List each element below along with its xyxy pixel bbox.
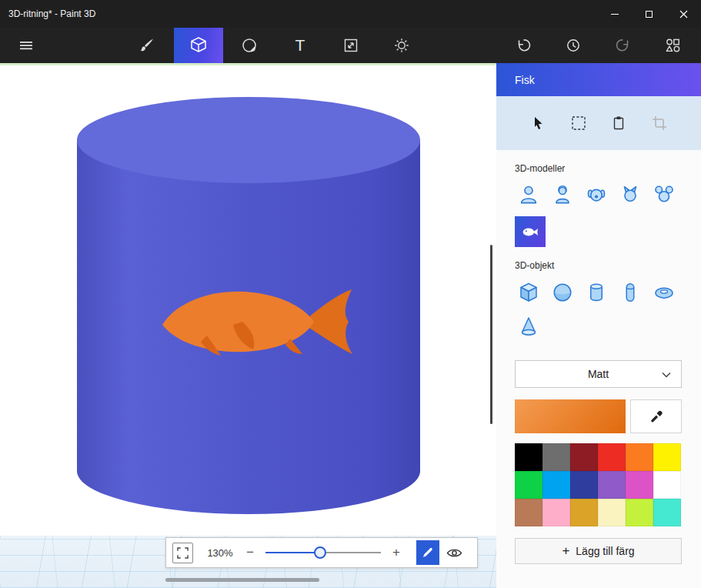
3d-shapes-tool-button-selected[interactable] [174, 28, 223, 63]
canvas-tool-button[interactable] [334, 28, 368, 63]
object-torus-button[interactable] [650, 279, 678, 306]
zoom-out-button[interactable]: − [242, 545, 258, 560]
chevron-down-icon [662, 372, 671, 378]
color-swatch-orange[interactable] [626, 443, 653, 471]
panel-title: Fisk [515, 74, 535, 86]
color-swatch-purple[interactable] [598, 471, 626, 499]
zoom-toolbar: 130% − + [165, 537, 478, 568]
current-color-swatch[interactable] [515, 399, 626, 433]
zoom-to-fit-icon [177, 547, 189, 559]
brush-icon [137, 36, 155, 55]
cylinder-object-icon [585, 281, 608, 304]
color-swatch-gold[interactable] [570, 499, 598, 526]
zoom-slider-fill [265, 552, 320, 553]
color-palette [515, 443, 682, 526]
crop-tool-button-disabled[interactable] [648, 112, 671, 135]
plus-icon: + [562, 543, 569, 559]
minimize-button[interactable] [597, 0, 632, 28]
model-woman-button[interactable] [549, 181, 576, 209]
finish-dropdown[interactable]: Matt [515, 360, 682, 388]
zoom-slider-thumb[interactable] [314, 546, 326, 559]
edit-tools-strip [496, 96, 701, 150]
cone-object-icon [517, 315, 540, 338]
color-swatch-gray[interactable] [542, 443, 570, 471]
horizontal-scrollbar[interactable] [165, 578, 319, 582]
eyedropper-button[interactable] [630, 399, 682, 433]
eye-icon [446, 547, 462, 559]
color-swatch-magenta[interactable] [626, 471, 653, 499]
marquee-select-icon [571, 115, 586, 131]
edit-mode-button-selected[interactable] [416, 540, 439, 565]
view-mode-button[interactable] [442, 540, 466, 565]
menu-button[interactable] [9, 28, 43, 63]
text-tool-button[interactable]: T [283, 28, 317, 63]
close-button[interactable] [666, 0, 701, 28]
color-swatch-black[interactable] [515, 443, 542, 471]
color-swatch-yellow[interactable] [653, 443, 681, 471]
paste-tool-button[interactable] [607, 112, 630, 135]
history-clock-icon [565, 37, 582, 54]
torus-object-icon [653, 281, 676, 304]
object-cylinder-button[interactable] [582, 279, 610, 306]
3d-library-icon [664, 36, 683, 55]
color-swatch-brown[interactable] [515, 499, 542, 526]
color-swatch-dark-red[interactable] [570, 443, 598, 471]
zoom-to-fit-button[interactable] [172, 543, 193, 563]
color-swatch-cream[interactable] [598, 499, 626, 526]
multiselect-tool-button[interactable] [567, 112, 590, 135]
color-swatch-lime[interactable] [626, 499, 653, 526]
drawing-canvas[interactable] [0, 63, 496, 536]
minimize-icon [611, 14, 619, 15]
redo-icon [615, 37, 632, 54]
color-swatch-green[interactable] [515, 471, 542, 499]
model-fish-button-selected[interactable] [515, 216, 546, 247]
cursor-tool-button[interactable] [526, 112, 549, 135]
object-capsule-button[interactable] [616, 279, 644, 306]
model-dog-button[interactable] [582, 181, 610, 209]
fish-model-icon [520, 222, 541, 242]
clipboard-paste-icon [610, 115, 627, 132]
zoom-level-value: 130% [205, 547, 235, 559]
close-icon [679, 10, 688, 18]
cursor-arrow-icon [530, 115, 546, 132]
main-toolbar: T [0, 28, 701, 63]
cube-object-icon [517, 281, 540, 304]
vertical-scrollbar[interactable] [490, 245, 492, 424]
zoom-in-button[interactable]: + [389, 545, 404, 560]
object-sphere-button[interactable] [549, 279, 576, 306]
color-swatch-turquoise[interactable] [653, 499, 681, 526]
objects-row-2 [515, 312, 682, 340]
undo-button[interactable] [506, 28, 540, 63]
3d-library-button[interactable] [656, 28, 690, 63]
color-swatch-blue[interactable] [542, 471, 570, 499]
zoom-slider[interactable] [265, 546, 381, 560]
history-button[interactable] [556, 28, 590, 63]
object-cube-button[interactable] [515, 279, 542, 306]
models-section-label: 3D-modeller [515, 163, 682, 174]
redo-button[interactable] [606, 28, 640, 63]
maximize-button[interactable] [632, 0, 666, 28]
panel-content: 3D-modeller [496, 163, 701, 564]
stickers-tool-button[interactable] [232, 28, 266, 63]
capsule-object-icon [619, 281, 642, 304]
object-cone-button[interactable] [515, 312, 542, 340]
model-man-button[interactable] [515, 181, 542, 209]
fish-3d-model[interactable] [156, 271, 361, 376]
color-swatch-white[interactable] [653, 471, 681, 499]
canvas-workspace: 130% − + [0, 63, 496, 588]
undo-icon [515, 37, 532, 54]
brush-tool-button[interactable] [129, 28, 163, 63]
text-tool-icon: T [295, 36, 305, 55]
current-color-row [515, 399, 682, 433]
panel-header: Fisk [496, 63, 701, 96]
model-mouse-button[interactable] [650, 181, 678, 209]
titlebar: 3D-ritning* - Paint 3D [0, 0, 701, 28]
objects-row [515, 279, 682, 306]
side-panel: Fisk 3D-modeller [496, 63, 701, 588]
add-color-button[interactable]: + Lägg till färg [515, 538, 682, 564]
color-swatch-red[interactable] [598, 443, 626, 471]
color-swatch-indigo[interactable] [570, 471, 598, 499]
effects-tool-button[interactable] [385, 28, 419, 63]
model-cat-button[interactable] [616, 181, 644, 209]
color-swatch-pink[interactable] [542, 499, 570, 526]
